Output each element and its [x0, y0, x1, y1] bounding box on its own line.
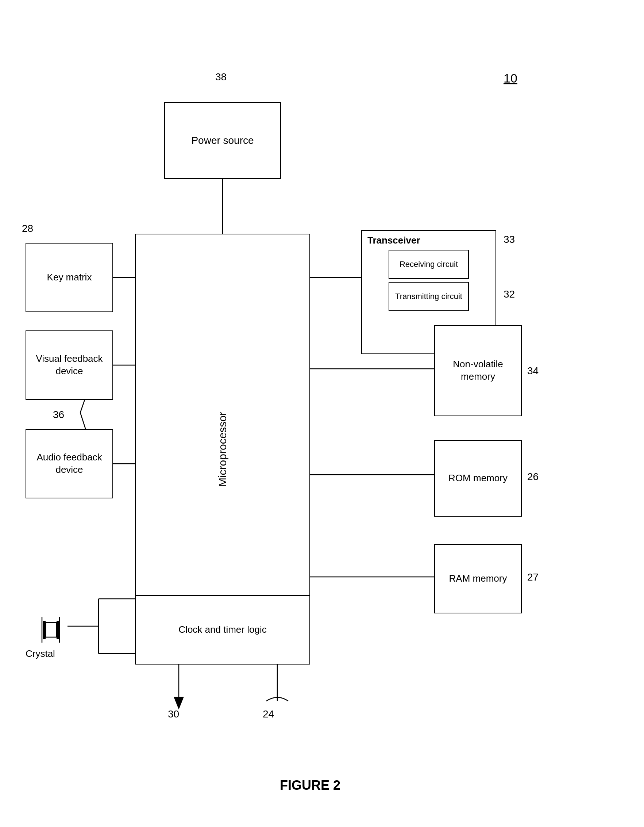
- system-ref: 10: [504, 71, 517, 86]
- rom-memory-box: ROM memory: [434, 440, 522, 516]
- nonvolatile-memory-box: Non-volatile memory: [434, 325, 522, 416]
- figure-label: FIGURE 2: [237, 778, 383, 793]
- svg-marker-14: [174, 697, 183, 708]
- key-matrix-box: Key matrix: [26, 243, 113, 312]
- micro-ref-24: 24: [263, 708, 274, 720]
- transmitting-ref: 32: [504, 289, 515, 300]
- power-source-ref: 38: [215, 71, 227, 83]
- transceiver-label: Transceiver: [366, 234, 492, 247]
- clock-ref-30: 30: [168, 708, 179, 720]
- power-source-box: Power source: [164, 102, 281, 179]
- receiving-circuit-box: Receiving circuit: [389, 250, 469, 279]
- nonvolatile-ref: 34: [527, 365, 538, 377]
- transceiver-ref: 33: [504, 234, 515, 245]
- clock-timer-box: Clock and timer logic: [135, 595, 310, 665]
- crystal-symbol: [35, 615, 71, 646]
- audio-feedback-box: Audio feedback device: [26, 429, 113, 498]
- transmitting-circuit-box: Transmitting circuit: [389, 282, 469, 311]
- ram-ref: 27: [527, 571, 538, 583]
- microprocessor-label: Microprocessor: [216, 412, 230, 486]
- key-matrix-ref: 28: [22, 223, 33, 234]
- visual-feedback-box: Visual feedback device: [26, 331, 113, 400]
- ram-memory-box: RAM memory: [434, 544, 522, 613]
- connection-lines: [0, 0, 644, 827]
- diagram: Power source 38 10 Microprocessor Clock …: [0, 0, 644, 827]
- crystal-label: Crystal: [26, 648, 55, 659]
- svg-rect-20: [46, 623, 56, 637]
- rom-ref: 26: [527, 471, 538, 483]
- audio-visual-ref: 36: [53, 409, 64, 421]
